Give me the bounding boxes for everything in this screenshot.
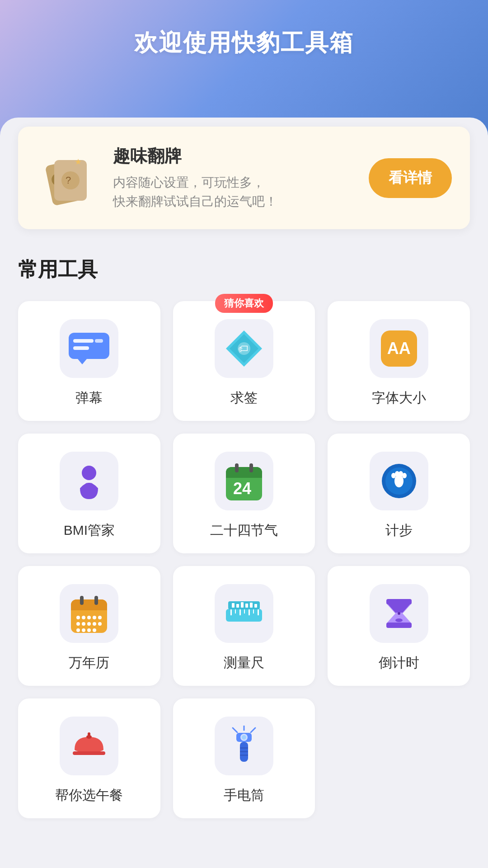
danmu-icon	[69, 333, 109, 364]
svg-line-77	[233, 728, 237, 732]
tool-ruler-label: 测量尺	[224, 654, 264, 672]
torch-icon-wrap	[215, 717, 273, 775]
svg-rect-35	[71, 605, 107, 610]
torch-icon	[228, 726, 260, 766]
svg-rect-57	[249, 609, 250, 615]
tool-wannianli-label: 万年历	[69, 654, 109, 672]
qiuqian-icon: 🏷	[226, 330, 262, 367]
svg-point-43	[76, 622, 80, 626]
svg-rect-37	[94, 596, 98, 605]
jieqi-icon-wrap: 24	[215, 452, 273, 510]
lunch-icon	[71, 728, 107, 764]
svg-rect-75	[88, 732, 90, 738]
svg-rect-64	[245, 604, 248, 608]
svg-rect-7	[69, 333, 109, 359]
svg-rect-76	[73, 751, 105, 755]
promo-title: 趣味翻牌	[113, 145, 355, 168]
section-title: 常用工具	[18, 256, 470, 283]
tool-ruler[interactable]: 测量尺	[173, 566, 315, 686]
tool-qiuqian[interactable]: 猜你喜欢 🏷 求签	[173, 301, 315, 421]
svg-rect-66	[254, 604, 257, 608]
svg-rect-24	[249, 463, 253, 472]
qiuqian-badge: 猜你喜欢	[215, 294, 273, 313]
daojishi-icon	[381, 595, 417, 632]
svg-rect-53	[230, 609, 232, 615]
tool-danmu-label: 弹幕	[75, 389, 103, 407]
svg-point-28	[394, 475, 404, 487]
svg-point-45	[87, 622, 91, 626]
svg-point-72	[398, 612, 400, 615]
svg-rect-67	[386, 599, 412, 604]
ziti-icon: AA	[381, 330, 417, 367]
daojishi-icon-wrap	[370, 584, 428, 643]
ruler-icon	[224, 598, 264, 629]
svg-rect-10	[95, 339, 103, 343]
tool-ziti[interactable]: AA 字体大小	[328, 301, 470, 421]
danmu-icon-wrap	[60, 319, 118, 378]
tool-jieqi-label: 二十四节气	[210, 521, 278, 540]
svg-point-42	[98, 616, 102, 619]
svg-point-51	[93, 628, 96, 632]
tool-lunch[interactable]: 帮你选午餐	[18, 698, 160, 818]
page-title: 欢迎使用快豹工具箱	[134, 27, 354, 59]
promo-detail-button[interactable]: 看详情	[369, 158, 452, 198]
svg-rect-9	[73, 346, 89, 350]
svg-rect-54	[235, 609, 236, 613]
svg-point-38	[76, 616, 80, 619]
bmi-icon	[71, 463, 107, 499]
svg-rect-36	[80, 596, 84, 605]
tool-bmi[interactable]: BMI管家	[18, 434, 160, 553]
qiuqian-icon-wrap: 🏷	[215, 319, 273, 378]
svg-point-50	[87, 628, 91, 632]
svg-point-39	[82, 616, 85, 619]
svg-point-40	[87, 616, 91, 619]
main-content: ✦ ? ★ 趣味翻牌 内容随心设置，可玩性多，快来翻牌试试自己的运气吧！ 看详情…	[0, 127, 488, 818]
promo-text: 趣味翻牌 内容随心设置，可玩性多，快来翻牌试试自己的运气吧！	[113, 145, 355, 211]
svg-rect-56	[244, 609, 245, 613]
svg-rect-68	[386, 623, 412, 628]
promo-card[interactable]: ✦ ? ★ 趣味翻牌 内容随心设置，可玩性多，快来翻牌试试自己的运气吧！ 看详情	[18, 127, 470, 229]
svg-rect-62	[236, 604, 239, 608]
svg-rect-59	[258, 609, 259, 615]
svg-point-44	[82, 622, 85, 626]
ziti-icon-wrap: AA	[370, 319, 428, 378]
promo-icon: ✦ ? ★	[36, 146, 99, 210]
svg-point-82	[242, 735, 246, 740]
svg-rect-55	[239, 609, 241, 615]
bmi-icon-wrap	[60, 452, 118, 510]
tool-jieqi[interactable]: 24 二十四节气	[173, 434, 315, 553]
tool-daojishi[interactable]: 倒计时	[328, 566, 470, 686]
svg-point-48	[76, 628, 80, 632]
tool-daojishi-label: 倒计时	[379, 654, 419, 672]
jibu-icon	[381, 463, 417, 499]
ruler-icon-wrap	[215, 584, 273, 643]
svg-point-16	[82, 466, 96, 480]
tool-danmu[interactable]: 弹幕	[18, 301, 160, 421]
wannianli-icon	[71, 594, 107, 633]
tool-qiuqian-label: 求签	[230, 389, 258, 407]
wannianli-icon-wrap	[60, 584, 118, 643]
svg-rect-84	[240, 747, 248, 749]
lunch-icon-wrap	[60, 717, 118, 775]
header: 欢迎使用快豹工具箱	[0, 0, 488, 136]
jieqi-icon: 24	[226, 462, 262, 500]
tool-bmi-label: BMI管家	[64, 521, 115, 540]
tool-wannianli[interactable]: 万年历	[18, 566, 160, 686]
svg-point-46	[93, 622, 96, 626]
svg-point-49	[82, 628, 85, 632]
tools-grid: 弹幕 猜你喜欢 🏷 求签 AA 字体大小	[18, 301, 470, 818]
svg-point-47	[98, 622, 102, 626]
tool-jibu-label: 计步	[385, 521, 413, 540]
svg-point-32	[402, 473, 407, 478]
svg-marker-11	[78, 359, 87, 364]
tool-torch[interactable]: 手电筒	[173, 698, 315, 818]
svg-rect-85	[240, 751, 248, 752]
tool-ziti-label: 字体大小	[372, 389, 426, 407]
svg-text:?: ?	[66, 175, 71, 186]
svg-rect-58	[253, 609, 254, 613]
svg-rect-23	[235, 463, 239, 472]
tool-jibu[interactable]: 计步	[328, 434, 470, 553]
svg-rect-22	[226, 472, 262, 478]
promo-desc: 内容随心设置，可玩性多，快来翻牌试试自己的运气吧！	[113, 173, 355, 211]
svg-point-41	[93, 616, 96, 619]
